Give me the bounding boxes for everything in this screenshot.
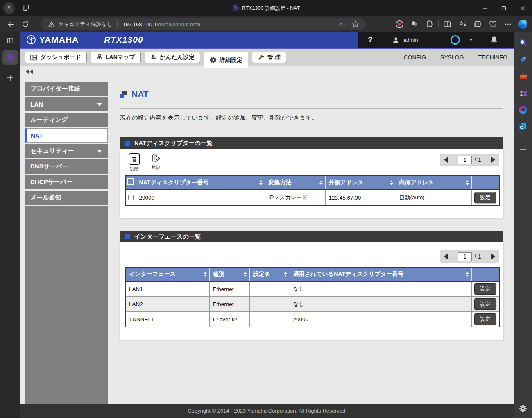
sidebar-item-nat[interactable]: NAT [25,128,108,143]
tab-detail-settings[interactable]: 詳細設定 [204,52,248,68]
tab-easy-setup[interactable]: かんたん設定 [145,52,200,63]
sidebar-item-dns[interactable]: DNSサーバー [25,159,108,174]
table-header-row: インターフェース 種別 設定名 適用されているNATディスクリプター番号 [125,267,499,281]
sidebar-item-routing[interactable]: ルーティング [25,113,108,127]
menu-label: DNSサーバー [30,163,68,170]
user-menu[interactable]: admin [383,35,473,45]
maximize-button[interactable] [494,0,513,16]
easy-setup-icon [150,54,157,61]
row-checkbox[interactable] [128,195,134,200]
column-header-applied-descriptor[interactable]: 適用されているNATディスクリプター番号 [290,267,471,281]
column-header-number[interactable]: NATディスクリプター番号 [136,175,265,190]
extensions-button[interactable] [423,18,436,30]
column-header-interface[interactable]: インターフェース [125,267,209,281]
sidebar-item-lan[interactable]: LAN [25,97,108,111]
tab-admin[interactable]: 管 理 [252,52,286,63]
next-page-button[interactable] [491,254,495,259]
new-button[interactable]: 新規 [146,153,165,170]
sidebar-outlook-button[interactable] [516,120,530,133]
tab-preview-button[interactable] [3,34,17,47]
recording-indicator[interactable] [393,18,406,30]
row-settings-button[interactable]: 設定 [474,192,496,203]
address-bar-actions: A [338,20,359,28]
sidebar-customize-button[interactable] [516,143,530,156]
sidebar-search-button[interactable] [516,36,530,49]
sidebar-item-dhcp[interactable]: DHCPサーバー [25,175,108,189]
row-settings-button[interactable]: 設定 [474,283,496,295]
read-aloud-icon[interactable]: A [338,21,346,27]
sidebar-item-mail[interactable]: メール通知 [25,191,108,205]
sidebar-item-security[interactable]: セキュリティー [25,144,108,158]
split-screen-button[interactable] [441,18,454,30]
tab-label: 管 理 [267,54,281,61]
close-button[interactable] [513,0,532,16]
outlook-icon [519,123,527,131]
column-header-type[interactable]: 種別 [209,267,249,281]
address-bar[interactable]: セキュリティ保護なし 192.168.100.1/detail/nat/nat.… [41,18,366,30]
link-techinfo[interactable]: TECHINFO [471,54,507,61]
dashboard-icon [30,55,37,61]
browser-essentials-button[interactable] [486,18,499,30]
help-button[interactable]: ? [358,35,383,44]
record-dot-icon [396,20,403,28]
active-vertical-tab[interactable] [2,50,18,65]
column-header-outer-address[interactable]: 外側アドレス [325,175,396,190]
prev-page-button[interactable] [444,157,448,163]
sidebar-tools-button[interactable] [516,70,530,82]
maximize-icon [501,6,506,11]
favorite-star-icon[interactable] [352,20,359,28]
address-divider [117,21,118,27]
extensions-icon [426,20,433,28]
column-header-config-name[interactable]: 設定名 [249,267,290,281]
column-header-inner-address[interactable]: 内側アドレス [396,175,471,190]
menu-label: NAT [31,132,43,139]
column-header-method[interactable]: 変換方法 [265,175,325,190]
plus-icon [7,74,14,82]
sidebar-games-button[interactable] [516,87,530,99]
column-header-actions [471,175,499,190]
row-settings-button[interactable]: 設定 [474,298,496,310]
new-tab-button[interactable] [3,72,17,84]
row-settings-button[interactable]: 設定 [474,314,496,325]
page-input[interactable] [458,252,472,261]
bell-icon [490,36,498,44]
collections-icon [474,21,481,28]
settings-more-button[interactable] [501,18,514,30]
next-page-button[interactable] [491,157,495,163]
delete-button[interactable]: 削除 [125,153,144,172]
title-rule [120,108,503,109]
refresh-button[interactable] [18,18,33,31]
link-config[interactable]: CONFIG [396,54,432,61]
browser-profile-button[interactable] [3,2,15,14]
section-square-icon [125,141,130,146]
row-action-cell: 設定 [471,297,499,312]
select-all-header[interactable] [125,175,136,190]
notifications-button[interactable] [479,36,509,44]
table-row: LAN2Ethernetなし設定 [125,297,499,312]
tab-dashboard[interactable]: ダッシュボード [25,52,87,63]
lan-map-icon [96,54,103,61]
tab-lan-map[interactable]: LANマップ [91,52,141,63]
nat-descriptor-section: NATディスクリプターの一覧 削除 [120,137,503,218]
page-input[interactable] [458,156,472,164]
link-syslog[interactable]: SYSLOG [433,54,471,61]
sidebar-item-provider[interactable]: プロバイダー接続 [25,82,108,96]
sidebar-collapse-button[interactable] [26,69,33,74]
table-cell: 20000 [290,312,471,327]
table-cell [249,312,290,327]
favorites-button[interactable] [456,18,469,30]
prev-page-button[interactable] [444,254,448,259]
collections-button[interactable] [471,18,484,30]
minimize-icon [482,6,487,11]
copilot-button[interactable] [516,18,530,30]
model-name: RTX1300 [104,35,143,45]
rewards-button[interactable] [408,18,421,30]
minimize-button[interactable] [475,0,494,16]
sidebar-settings-button[interactable] [516,402,530,415]
back-button[interactable] [3,18,18,31]
site-security-info[interactable]: セキュリティ保護なし [48,20,112,28]
sidebar-microsoft365-button[interactable] [516,104,530,116]
plus-icon [519,146,527,153]
sidebar-shopping-button[interactable] [516,53,530,66]
tab-actions-menu-button[interactable] [22,4,29,13]
